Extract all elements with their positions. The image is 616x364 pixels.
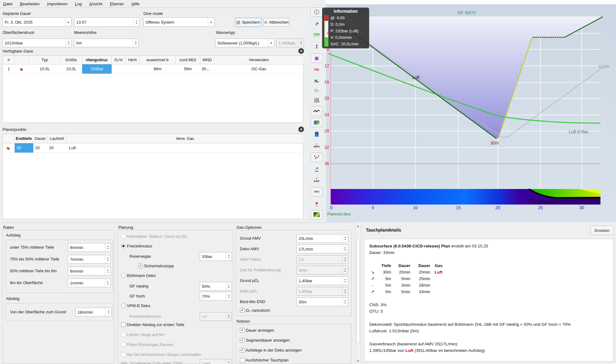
ascent-rate-button[interactable]: ⇗ bbox=[310, 19, 323, 28]
deko-amv-spinner[interactable]: 17L/min bbox=[296, 245, 348, 253]
gf-hoch-spinner[interactable]: 70% bbox=[200, 292, 232, 301]
save-button[interactable]: ▤ Speichern bbox=[235, 18, 261, 27]
cancel-button[interactable]: ⊘ Abbrechen bbox=[263, 18, 289, 27]
aufstiege-deko-checkbox[interactable]: Aufstiege in der Deko anzeigen bbox=[240, 348, 302, 352]
sicherheitsstopp-checkbox[interactable]: Sicherheitsstopp bbox=[138, 264, 174, 268]
checkbox-icon[interactable] bbox=[240, 328, 245, 333]
gases-col-verwenden[interactable]: Verwenden bbox=[214, 56, 303, 64]
menu-importieren[interactable]: Importieren bbox=[47, 2, 68, 6]
checkbox-icon[interactable] bbox=[121, 322, 126, 327]
tissue-heatmap-button[interactable] bbox=[310, 210, 323, 219]
planpoint-laufzeit[interactable]: 20 bbox=[47, 143, 67, 153]
water-type-combo[interactable]: Süßwasser (1,000kg/L) bbox=[215, 39, 274, 47]
sac-button[interactable]: SAC bbox=[310, 187, 323, 196]
spin-arrows-icon[interactable] bbox=[133, 18, 139, 26]
spin-arrows-icon[interactable] bbox=[342, 234, 348, 242]
menu-planner[interactable]: Planner bbox=[110, 2, 124, 6]
spin-arrows-icon[interactable] bbox=[226, 252, 231, 260]
gases-col-grund-mod[interactable]: rund MOI bbox=[175, 56, 200, 64]
spin-arrows-icon[interactable] bbox=[342, 298, 348, 306]
chevron-down-icon[interactable] bbox=[268, 39, 274, 47]
gases-col-delete[interactable] bbox=[15, 56, 29, 64]
ascent-rate-6m-spinner[interactable]: 6m/min bbox=[68, 267, 111, 275]
ascent-rate-50-75-spinner[interactable]: 7m/min bbox=[68, 255, 111, 264]
spin-arrows-icon[interactable] bbox=[342, 277, 348, 285]
spin-arrows-icon[interactable] bbox=[66, 39, 71, 47]
grund-amv-spinner[interactable]: 20L/min bbox=[296, 234, 348, 243]
spin-arrows-icon[interactable] bbox=[226, 292, 231, 300]
checkbox-icon[interactable] bbox=[240, 358, 245, 362]
spin-arrows-icon[interactable] bbox=[105, 308, 111, 316]
print-button[interactable]: Drucken bbox=[590, 226, 614, 235]
chevron-down-icon[interactable] bbox=[65, 18, 71, 26]
scroll-down-icon[interactable]: ▼ bbox=[356, 360, 361, 363]
planpoint-dauer[interactable]: 20 bbox=[33, 143, 47, 153]
gas-row-o2[interactable] bbox=[112, 64, 126, 74]
photos-button[interactable] bbox=[310, 118, 323, 127]
menu-ansicht[interactable]: Ansicht bbox=[89, 2, 103, 6]
add-planpoint-button[interactable]: + bbox=[298, 127, 304, 132]
menu-hilfe[interactable]: Hilfe bbox=[131, 2, 139, 6]
time-spinner[interactable]: 13:57 bbox=[74, 17, 139, 27]
gases-col-he[interactable]: He% bbox=[126, 56, 140, 64]
planpoints-col-endtiefe[interactable]: Endtiefe bbox=[15, 134, 33, 143]
gas-row-num[interactable]: 1 bbox=[3, 64, 15, 74]
gas-row-grund-mod[interactable]: 56m bbox=[175, 64, 200, 74]
direkter-abstieg-checkbox[interactable]: Direkter Abstieg zur ersten Tiefe bbox=[121, 322, 184, 327]
scrollbar-thumb[interactable] bbox=[356, 238, 360, 344]
gases-col-mnd[interactable]: MND bbox=[200, 56, 214, 64]
freizeitmodus-radio[interactable]: Freizeitmodus bbox=[121, 244, 152, 248]
gas-row-verwenden[interactable]: OC-Gas bbox=[214, 64, 303, 74]
o2-narkotisch-checkbox[interactable]: O₂ narkotisch bbox=[240, 308, 270, 313]
po2-button[interactable]: O₂ bbox=[315, 88, 319, 93]
gas-row-anfangsdruck[interactable]: 232bar bbox=[82, 64, 112, 74]
ascent-rate-75-spinner[interactable]: 6m/min bbox=[68, 243, 111, 252]
planpoints-col-gas[interactable]: Verw. Gas bbox=[67, 134, 303, 143]
gases-col-typ[interactable]: Typ bbox=[29, 56, 60, 64]
heart-rate-button[interactable]: ♥ bbox=[310, 199, 323, 208]
gases-col-anfangsdruck[interactable]: nfangsdruc bbox=[82, 56, 112, 64]
checkbox-icon[interactable] bbox=[240, 308, 245, 313]
gas-row-mnd[interactable]: 30... bbox=[200, 64, 214, 74]
best-mix-end-spinner[interactable]: 30m bbox=[296, 297, 348, 306]
gas-row-gaswechsel[interactable]: 66m bbox=[140, 64, 175, 74]
altitude-spinner[interactable]: 0m bbox=[74, 39, 139, 47]
delete-gas-icon[interactable]: ✎× bbox=[20, 65, 25, 70]
spin-arrows-icon[interactable] bbox=[226, 282, 231, 290]
planpoints-col-dauer[interactable]: Dauer bbox=[33, 134, 47, 143]
radio-icon[interactable] bbox=[121, 244, 126, 248]
date-combo[interactable]: Fr. 3. Okt. 2025 bbox=[2, 17, 72, 27]
descent-rate-spinner[interactable]: 18m/min bbox=[75, 308, 111, 316]
spin-arrows-icon[interactable] bbox=[105, 255, 110, 263]
dive-mode-combo[interactable]: Offenes System bbox=[143, 17, 214, 27]
spin-arrows-icon[interactable] bbox=[105, 243, 110, 251]
radio-icon[interactable] bbox=[121, 273, 126, 278]
info-toggle-button[interactable]: ⓘ bbox=[310, 7, 323, 17]
planpoint-endtiefe[interactable]: 30 bbox=[15, 143, 33, 153]
dive-profile-chart[interactable] bbox=[326, 4, 616, 222]
gases-col-gaswechsel[interactable]: aswechsel b bbox=[140, 56, 175, 64]
menu-bearbeiten[interactable]: Bearbeiten bbox=[20, 2, 40, 6]
reservegas-spinner[interactable]: 50bar bbox=[200, 252, 232, 261]
spin-arrows-icon[interactable] bbox=[133, 39, 138, 47]
spin-arrows-icon[interactable] bbox=[342, 245, 348, 253]
gas-row-he[interactable] bbox=[126, 64, 140, 74]
surface-pressure-spinner[interactable]: 1013mbar bbox=[2, 39, 72, 47]
checkbox-icon[interactable] bbox=[138, 264, 143, 268]
gases-col-o2[interactable]: O₂% bbox=[112, 56, 126, 64]
bubbles-button[interactable] bbox=[310, 153, 323, 162]
radio-icon[interactable] bbox=[121, 303, 126, 308]
scroll-up-icon[interactable]: ▲ bbox=[356, 224, 361, 228]
buhlmann-radio[interactable]: Bühlmann Deko bbox=[121, 273, 156, 278]
vpmb-radio[interactable]: VPM-B Deko bbox=[121, 303, 150, 308]
ead-button[interactable]: +EAD bbox=[310, 176, 323, 185]
checkbox-icon[interactable] bbox=[240, 348, 245, 352]
gas-row-groesse[interactable]: 10,0L bbox=[60, 64, 82, 74]
gas-row-delete[interactable]: ✎× bbox=[15, 64, 29, 74]
planpoints-col-laufzeit[interactable]: Laufzeit bbox=[47, 134, 67, 143]
ausfuehrlich-checkbox[interactable]: Ausführlicher Tauchplan bbox=[240, 358, 288, 362]
spin-arrows-icon[interactable] bbox=[105, 279, 110, 287]
details-scrollbar[interactable]: ▲ ▼ bbox=[355, 223, 361, 364]
grund-po2-spinner[interactable]: 1,40bar bbox=[296, 276, 348, 285]
planpoints-col-delete[interactable] bbox=[3, 134, 15, 143]
